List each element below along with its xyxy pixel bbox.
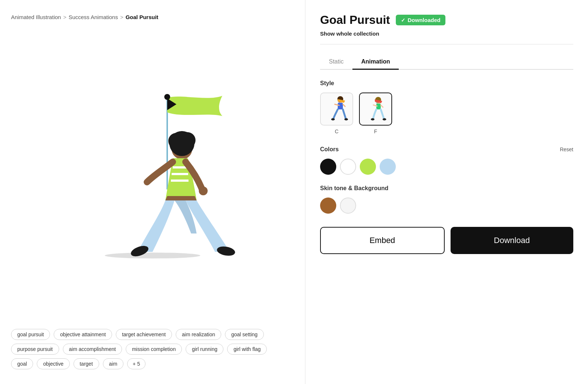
- downloaded-badge: ✓ Downloaded: [396, 15, 445, 25]
- svg-point-26: [383, 118, 386, 120]
- tag-aim[interactable]: aim: [103, 358, 124, 369]
- breadcrumb-link-1[interactable]: Animated Illustration: [11, 14, 61, 20]
- tag-girl-with-flag[interactable]: girl with flag: [227, 344, 267, 355]
- swatch-brown[interactable]: [320, 198, 336, 214]
- breadcrumb-sep-1: >: [63, 14, 67, 20]
- style-thumb-c: [320, 93, 353, 126]
- swatch-white[interactable]: [340, 159, 356, 175]
- style-option-c[interactable]: C: [320, 93, 353, 134]
- svg-rect-14: [338, 103, 343, 109]
- tag-girl-running[interactable]: girl running: [186, 344, 223, 355]
- skin-label: Skin tone & Background: [320, 185, 573, 192]
- color-swatches: [320, 159, 573, 175]
- style-label: Style: [320, 80, 573, 87]
- skin-swatches: [320, 198, 573, 214]
- svg-point-18: [344, 118, 348, 120]
- swatch-lime[interactable]: [360, 159, 376, 175]
- illustration-area: [0, 20, 305, 322]
- tag-goal-pursuit[interactable]: goal pursuit: [11, 329, 50, 340]
- tag-purpose-pursuit[interactable]: purpose pursuit: [11, 344, 59, 355]
- tag-aim-realization[interactable]: aim realization: [176, 329, 221, 340]
- swatch-black[interactable]: [320, 159, 336, 175]
- tag-goal[interactable]: goal: [11, 358, 33, 369]
- tag-target-achievement[interactable]: target achievement: [116, 329, 172, 340]
- tab-animation[interactable]: Animation: [352, 55, 399, 70]
- tag-objective[interactable]: objective: [37, 358, 69, 369]
- tag-goal-setting[interactable]: goal setting: [225, 329, 264, 340]
- svg-point-7: [179, 132, 196, 148]
- svg-line-16: [343, 104, 345, 106]
- illustration-svg: [68, 76, 237, 267]
- check-icon: ✓: [401, 17, 405, 23]
- collection-link[interactable]: Show whole collection: [320, 30, 573, 37]
- breadcrumb-link-2[interactable]: Success Animations: [69, 14, 118, 20]
- embed-button[interactable]: Embed: [320, 227, 445, 254]
- tag-target[interactable]: target: [74, 358, 99, 369]
- style-thumb-f: [359, 93, 392, 126]
- action-buttons: Embed Download: [320, 227, 573, 254]
- style-f-label: F: [374, 128, 377, 134]
- left-panel: Animated Illustration > Success Animatio…: [0, 0, 305, 384]
- tags-area: goal pursuit objective attainment target…: [0, 322, 305, 384]
- tab-static[interactable]: Static: [320, 55, 352, 70]
- tags-row-1: goal pursuit objective attainment target…: [11, 329, 294, 340]
- tag-mission-completion[interactable]: mission completion: [126, 344, 182, 355]
- tag-aim-accomplishment[interactable]: aim accomplishment: [63, 344, 122, 355]
- breadcrumb-sep-2: >: [120, 14, 123, 20]
- separator: [320, 44, 573, 44]
- right-panel: Goal Pursuit ✓ Downloaded Show whole col…: [305, 0, 588, 384]
- tag-objective-attainment[interactable]: objective attainment: [54, 329, 112, 340]
- style-c-label: C: [335, 128, 338, 134]
- svg-point-8: [199, 186, 208, 195]
- download-button[interactable]: Download: [451, 227, 574, 254]
- svg-point-0: [105, 253, 200, 258]
- tags-row-2: purpose pursuit aim accomplishment missi…: [11, 344, 294, 355]
- reset-button[interactable]: Reset: [560, 146, 573, 152]
- tags-row-3: goal objective target aim + 5: [11, 358, 294, 369]
- badge-label: Downloaded: [408, 17, 440, 23]
- svg-point-25: [371, 118, 374, 120]
- title-row: Goal Pursuit ✓ Downloaded: [320, 13, 573, 27]
- svg-line-24: [381, 105, 383, 107]
- colors-header: Colors Reset: [320, 146, 573, 153]
- breadcrumb: Animated Illustration > Success Animatio…: [0, 0, 305, 20]
- style-option-f[interactable]: F: [359, 93, 392, 134]
- colors-label: Colors: [320, 146, 339, 153]
- svg-point-17: [331, 118, 335, 120]
- style-options: C F: [320, 93, 573, 134]
- svg-point-3: [164, 94, 170, 100]
- tag-more[interactable]: + 5: [127, 358, 146, 369]
- breadcrumb-current: Goal Pursuit: [126, 14, 158, 20]
- swatch-skin-white[interactable]: [340, 198, 356, 214]
- swatch-lightblue[interactable]: [380, 159, 396, 175]
- tabs-container: Static Animation: [320, 55, 573, 70]
- page-title: Goal Pursuit: [320, 13, 390, 27]
